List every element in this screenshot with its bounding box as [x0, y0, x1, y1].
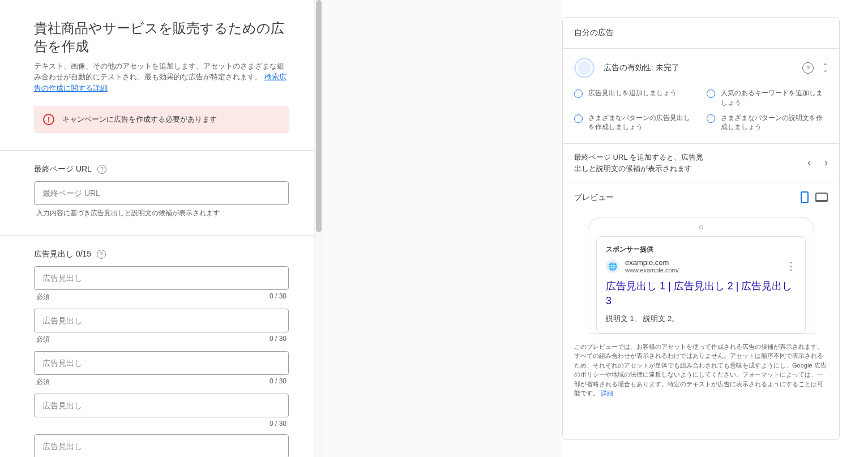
headline-group: 0 / 30	[34, 434, 289, 457]
ad-strength-row: 広告の有効性: 未完了 ? ⌃⌄	[563, 49, 839, 84]
headline-group: 0 / 30	[34, 394, 289, 428]
page-subtitle: テキスト、画像、その他のアセットを追加します。アセットのさまざまな組み合わせが自…	[34, 61, 289, 94]
suggestion-item: さまざまなパターンの説明文を作成しましょう	[707, 113, 828, 133]
globe-icon: 🌐	[606, 259, 619, 273]
sponsor-label: スポンサー提供	[606, 245, 796, 254]
right-pane: 自分の広告 広告の有効性: 未完了 ? ⌃⌄ 広告見出しを追加しましょう 人気の…	[562, 17, 840, 440]
ad-preview-card: スポンサー提供 🌐 example.com www.example.com/ ⋮…	[596, 236, 806, 334]
alert-text: キャンペーンに広告を作成する必要があります	[62, 114, 217, 125]
subtitle-text: テキスト、画像、その他のアセットを追加します。アセットのさまざまな組み合わせが自…	[34, 62, 284, 82]
url-hint-row: 最終ページ URL を追加すると、広告見出しと説明文の候補が表示されます ‹ ›	[563, 143, 839, 182]
left-pane: 貴社商品やサービスを販売するための広告を作成 テキスト、画像、その他のアセットを…	[0, 0, 323, 457]
ad-headline: 広告見出し 1 | 広告見出し 2 | 広告見出し 3	[606, 279, 796, 307]
headline-input[interactable]	[34, 266, 289, 290]
chevron-right-icon[interactable]: ›	[824, 157, 828, 169]
final-url-label: 最終ページ URL	[34, 164, 92, 174]
final-url-hint: 入力内容に基づき広告見出しと説明文の候補が表示されます	[34, 208, 289, 218]
suggestion-item: 広告見出しを追加しましょう	[574, 88, 695, 108]
headline-input[interactable]	[34, 351, 289, 375]
disclaimer-link[interactable]: 詳細	[601, 390, 613, 396]
chevron-left-icon[interactable]: ‹	[807, 157, 811, 169]
preview-row: プレビュー	[563, 182, 839, 208]
suggestion-text: 広告見出しを追加しましょう	[588, 88, 677, 98]
headlines-label-row: 広告見出し 0/15 ?	[34, 249, 289, 259]
char-counter: 0 / 30	[270, 335, 287, 344]
headline-group: 必須0 / 30	[34, 351, 289, 387]
device-camera-icon	[699, 225, 703, 229]
headline-input[interactable]	[34, 434, 289, 457]
right-header: 自分の広告	[563, 18, 839, 49]
circle-icon	[707, 89, 715, 98]
collapse-toggle[interactable]: ⌃⌄	[823, 64, 828, 71]
alert-banner: ! キャンペーンに広告を作成する必要があります	[34, 106, 289, 133]
final-url-input[interactable]	[34, 181, 289, 205]
help-icon[interactable]: ?	[97, 250, 106, 259]
headline-input[interactable]	[34, 394, 289, 417]
circle-icon	[574, 89, 583, 98]
suggestion-text: さまざまなパターンの広告見出しを作成しましょう	[588, 113, 695, 133]
required-label: 必須	[36, 377, 50, 387]
gap	[323, 0, 562, 457]
char-counter: 0 / 30	[270, 420, 287, 428]
more-menu-icon[interactable]: ⋮	[786, 264, 796, 268]
strength-label: 広告の有効性: 未完了	[604, 63, 802, 73]
suggestion-text: 人気のあるキーワードを追加しましょう	[721, 88, 828, 108]
desktop-preview-icon[interactable]	[815, 193, 828, 202]
required-label: 必須	[36, 335, 50, 344]
char-counter: 0 / 30	[270, 292, 287, 302]
help-icon[interactable]: ?	[802, 62, 814, 74]
suggestions-grid: 広告見出しを追加しましょう 人気のあるキーワードを追加しましょう さまざまなパタ…	[563, 84, 839, 143]
circle-icon	[574, 114, 583, 123]
site-row: 🌐 example.com www.example.com/ ⋮	[606, 259, 796, 274]
preview-nav: ‹ ›	[807, 157, 828, 169]
disclaimer-text: このプレビューでは、お客様のアセットを使って作成される広告の候補が表示されます。…	[574, 343, 827, 397]
page-title: 貴社商品やサービスを販売するための広告を作成	[34, 19, 289, 56]
preview-device-frame: スポンサー提供 🌐 example.com www.example.com/ ⋮…	[588, 217, 814, 334]
headline-input[interactable]	[34, 309, 289, 332]
ad-description: 説明文 1。 説明文 2。	[606, 314, 796, 324]
divider	[0, 235, 323, 236]
url-hint-text: 最終ページ URL を追加すると、広告見出しと説明文の候補が表示されます	[574, 152, 704, 174]
headline-group: 必須0 / 30	[34, 309, 289, 344]
strength-meter-icon	[574, 58, 595, 78]
final-url-label-row: 最終ページ URL ?	[34, 164, 289, 174]
headline-group: 必須0 / 30	[34, 266, 289, 302]
site-url: www.example.com/	[625, 267, 679, 274]
scrollbar[interactable]	[314, 0, 323, 457]
circle-icon	[707, 114, 715, 123]
preview-label: プレビュー	[574, 193, 794, 203]
suggestion-text: さまざまなパターンの説明文を作成しましょう	[721, 113, 828, 133]
required-label: 必須	[36, 292, 50, 302]
char-counter: 0 / 30	[270, 377, 287, 387]
preview-disclaimer: このプレビューでは、お客様のアセットを使って作成される広告の候補が表示されます。…	[563, 342, 839, 406]
site-name: example.com	[625, 259, 679, 267]
suggestion-item: 人気のあるキーワードを追加しましょう	[707, 88, 828, 108]
error-icon: !	[43, 114, 54, 125]
suggestion-item: さまざまなパターンの広告見出しを作成しましょう	[574, 113, 695, 133]
headlines-label: 広告見出し 0/15	[34, 249, 91, 259]
divider	[0, 150, 323, 151]
chevron-down-icon: ⌄	[823, 68, 828, 72]
help-icon[interactable]: ?	[97, 165, 106, 174]
mobile-preview-icon[interactable]	[801, 191, 809, 203]
